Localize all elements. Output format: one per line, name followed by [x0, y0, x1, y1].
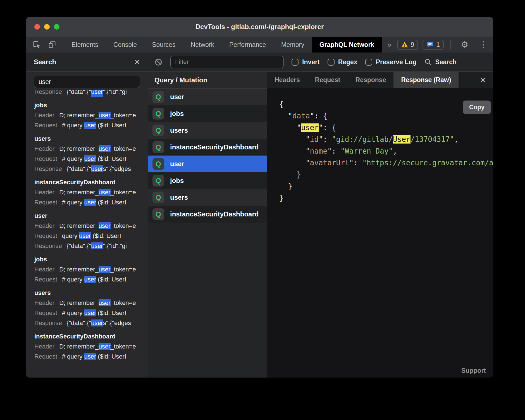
response-detail-panel: HeadersRequestResponseResponse (Raw) ✕ C… [267, 72, 493, 378]
search-result-row[interactable]: Response{"data":{"user":{"id":"gi [34, 241, 148, 251]
query-item-jobs[interactable]: Qjobs [148, 105, 267, 122]
match-highlight: user [99, 222, 111, 229]
text-segment: {"data":{" [67, 165, 91, 172]
regex-checkbox[interactable]: Regex [328, 58, 357, 66]
query-item-label: instanceSecurityDashboard [170, 143, 259, 151]
warnings-badge[interactable]: 9 [397, 40, 418, 50]
json-line: } [279, 169, 493, 180]
query-item-label: user [170, 160, 184, 168]
code-segment: "https://secure.gravatar.com/avatar [362, 159, 493, 167]
query-item-instancesecuritydashboard[interactable]: QinstanceSecurityDashboard [148, 206, 267, 223]
search-result-row[interactable]: HeaderD; remember_user_token=e [34, 298, 148, 308]
match-highlight: user [84, 353, 96, 360]
block-clear-icon[interactable] [154, 58, 163, 66]
filter-input[interactable] [170, 56, 284, 68]
traffic-lights [26, 24, 59, 30]
tab-network[interactable]: Network [183, 37, 222, 52]
search-result-row[interactable]: Request# query user ($id: UserI [34, 154, 148, 164]
tab-console[interactable]: Console [106, 37, 144, 52]
text-segment: s":{"edges [103, 319, 131, 326]
tab-performance[interactable]: Performance [222, 37, 274, 52]
zoom-window-button[interactable] [54, 24, 59, 30]
devtools-window: DevTools - gitlab.com/-/graphql-explorer… [26, 17, 493, 378]
detail-tab-response[interactable]: Response [348, 72, 394, 88]
search-result-row[interactable]: Response{"data":{"users":{"edges [34, 164, 148, 174]
text-segment: _token=e [111, 266, 136, 273]
query-item-label: user [170, 93, 184, 101]
more-tabs-chevron[interactable]: » [382, 37, 397, 52]
search-result-row[interactable]: Request# query user ($id: UserI [34, 120, 148, 130]
result-row-label: Request [34, 309, 57, 316]
search-result-row[interactable]: Request# query user ($id: UserI [34, 352, 148, 362]
search-icon [424, 58, 432, 66]
query-item-user[interactable]: Quser [148, 89, 267, 105]
text-segment: D; remember_ [59, 112, 99, 119]
match-highlight: user [84, 199, 96, 206]
search-result-row[interactable]: Request# query user ($id: UserI [34, 308, 148, 318]
detail-tab-list: HeadersRequestResponseResponse (Raw) [267, 72, 459, 88]
text-segment: _token=e [111, 343, 136, 350]
search-result-row[interactable]: Response{"data":{"users":{"edges [34, 318, 148, 328]
tab-memory[interactable]: Memory [274, 37, 312, 52]
tab-elements[interactable]: Elements [64, 37, 106, 52]
support-link[interactable]: Support [461, 367, 486, 374]
search-result-row[interactable]: HeaderD; remember_user_token=e [34, 221, 148, 231]
search-result-row[interactable]: HeaderD; remember_user_token=e [34, 187, 148, 197]
search-result-row[interactable]: HeaderD; remember_user_token=e [34, 264, 148, 275]
match-highlight: user [84, 276, 96, 283]
code-segment: ": [327, 147, 340, 155]
result-row-label: Request [34, 276, 57, 283]
code-segment: ": { [310, 112, 328, 120]
result-row-label: Header [34, 299, 54, 306]
tab-sources[interactable]: Sources [144, 37, 183, 52]
search-result-row[interactable]: HeaderD; remember_user_token=e [34, 342, 148, 352]
query-item-users[interactable]: Qusers [148, 122, 267, 139]
close-window-button[interactable] [34, 24, 40, 30]
inspect-element-icon[interactable] [29, 37, 44, 52]
query-type-badge: Q [152, 208, 164, 220]
copy-button[interactable]: Copy [463, 101, 491, 114]
result-row-label: Response [34, 242, 62, 249]
close-search-icon[interactable]: ✕ [134, 58, 140, 66]
search-input[interactable] [34, 76, 140, 88]
search-toggle[interactable]: Search [424, 58, 457, 66]
messages-badge[interactable]: 1 [423, 40, 444, 50]
result-row-label: Response [34, 165, 62, 172]
code-segment: , [393, 147, 397, 155]
result-row-label: Request [34, 199, 57, 206]
text-segment: {"data":{" [67, 319, 91, 326]
text-segment: ($id: UserI [96, 276, 126, 283]
preserve-log-checkbox[interactable]: Preserve Log [365, 58, 417, 66]
search-result-row[interactable]: HeaderD; remember_user_token=e [34, 110, 148, 120]
tab-graphql-network[interactable]: GraphQL Network [312, 37, 382, 52]
search-result-row[interactable]: Response{"data":{"user":{"id":"gi [34, 90, 148, 97]
search-result-row[interactable]: HeaderD; remember_user_token=e [34, 144, 148, 154]
detail-tab-request[interactable]: Request [307, 72, 348, 88]
invert-checkbox[interactable]: Invert [292, 58, 320, 66]
json-line: } [279, 192, 493, 204]
detail-tab-response-raw[interactable]: Response (Raw) [393, 72, 459, 88]
close-detail-icon[interactable]: ✕ [480, 76, 493, 84]
json-line: } [279, 180, 493, 192]
query-item-jobs[interactable]: Qjobs [148, 172, 267, 189]
result-row-label: Header [34, 112, 54, 119]
search-result-row[interactable]: Request# query user ($id: UserI [34, 197, 148, 207]
code-segment: } [288, 182, 292, 190]
minimize-window-button[interactable] [44, 24, 50, 30]
query-item-users[interactable]: Qusers [148, 189, 267, 206]
text-segment: D; remember_ [59, 222, 99, 229]
checkbox-box [365, 59, 372, 66]
search-result-row[interactable]: Request# query user ($id: UserI [34, 275, 148, 285]
query-item-instancesecuritydashboard[interactable]: QinstanceSecurityDashboard [148, 139, 267, 156]
code-segment: " [306, 147, 310, 155]
search-result-group-title: users [34, 134, 148, 144]
text-segment: ($id: UserI [96, 155, 126, 162]
devtools-tab-list: ElementsConsoleSourcesNetworkPerformance… [64, 37, 382, 52]
text-segment: D; remember_ [59, 189, 99, 196]
query-item-user[interactable]: Quser [148, 156, 267, 172]
settings-gear-icon[interactable]: ⚙ [457, 40, 472, 49]
search-result-row[interactable]: Requestquery user ($id: UserI [34, 231, 148, 241]
kebab-menu-icon[interactable]: ⋮ [476, 40, 491, 49]
device-toolbar-icon[interactable] [44, 37, 59, 52]
detail-tab-headers[interactable]: Headers [267, 72, 307, 88]
